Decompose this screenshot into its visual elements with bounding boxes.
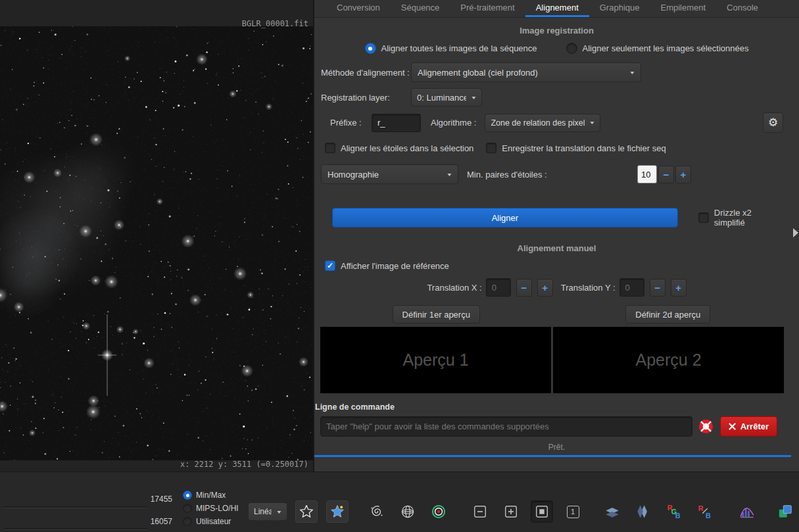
translation-x-input[interactable] (486, 278, 511, 297)
preview-2-label: Aperçu 2 (635, 351, 701, 370)
checkbox-align-stars-selection[interactable]: Aligner les étoiles dans la sélection (325, 143, 473, 153)
preview-buttons-row: Définir 1er aperçu Définir 2d aperçu (320, 305, 784, 324)
min-pairs-plus-button[interactable]: + (675, 166, 691, 183)
radio-align-selected-images[interactable]: Aligner seulement les images sélectionné… (566, 43, 749, 54)
layers-export-icon (777, 503, 794, 520)
svg-text:B: B (706, 512, 711, 520)
tab-conversion[interactable]: Conversion (326, 0, 391, 17)
prefix-input[interactable] (372, 114, 421, 132)
set-preview1-button[interactable]: Définir 1er aperçu (393, 305, 480, 324)
translation-y-input[interactable] (619, 278, 644, 297)
histogram-icon (738, 503, 756, 520)
algorithm-dropdown[interactable]: Zone de relation des pixels ▼ (485, 114, 600, 132)
chevron-down-icon: ▼ (589, 120, 596, 125)
status-text: Prêt. (314, 443, 799, 452)
align-stars-label: Aligner les étoiles dans la sélection (341, 143, 473, 153)
radio-mips-label: MIPS-LO/HI (196, 504, 239, 513)
pane-handle-icon[interactable] (793, 228, 798, 237)
tab-pretraitement[interactable]: Pré-traitement (450, 0, 525, 17)
fit-to-window-icon (534, 504, 550, 520)
checkbox-save-translation[interactable]: Enregistrer la translation dans le fichi… (486, 143, 666, 153)
algorithm-label: Algorithme : (431, 118, 476, 128)
checkbox-on-icon: ✓ (325, 260, 335, 271)
plus-icon: + (675, 283, 681, 293)
mirror-y-button[interactable] (632, 500, 654, 523)
tab-console[interactable]: Console (716, 0, 769, 17)
starfield-image[interactable] (0, 26, 313, 460)
high-cutoff-slider[interactable] (3, 506, 147, 508)
translation-y-minus-button[interactable]: − (650, 279, 666, 297)
star-outline-button[interactable] (295, 500, 318, 523)
spiral-galaxy-button[interactable] (366, 500, 388, 523)
radio-on-icon (183, 491, 192, 500)
low-cutoff-slider[interactable] (3, 528, 147, 530)
preview-1-label: Aperçu 1 (402, 351, 468, 370)
radio-mips-lo-hi[interactable]: MIPS-LO/HI (183, 504, 239, 513)
tab-empilement[interactable]: Empilement (650, 0, 716, 17)
layers-export-button[interactable] (774, 500, 796, 523)
bottom-bar: 17455 16057 Min/Max MIPS-LO/HI Utilisate… (0, 472, 799, 532)
high-cutoff-value[interactable]: 17455 (116, 495, 172, 504)
radio-align-all-images[interactable]: Aligner toutes les images de la séquence (365, 43, 537, 54)
mirror-x-button[interactable] (601, 500, 623, 523)
zoom-in-button[interactable] (500, 500, 522, 523)
preview-1-panel[interactable]: Aperçu 1 (320, 327, 551, 393)
translation-x-minus-button[interactable]: − (516, 279, 532, 297)
method-row: Méthode d'alignement : Alignement global… (321, 62, 783, 82)
stop-button[interactable]: Arrêter (720, 416, 777, 437)
control-panel: Conversion Séquence Pré-traitement Align… (314, 0, 799, 472)
zoom-fit-button[interactable] (531, 500, 553, 523)
astrometry-globe-button[interactable] (397, 500, 419, 523)
svg-text:R: R (698, 504, 704, 512)
min-pairs-spinner: − + (637, 165, 691, 183)
command-help-button[interactable] (696, 417, 716, 437)
transformation-value: Homographie (327, 170, 442, 180)
photometry-target-button[interactable] (427, 500, 450, 523)
histogram-button[interactable] (736, 500, 758, 523)
translation-x-plus-button[interactable]: + (537, 279, 553, 297)
preview1-button-slot: Définir 1er aperçu (320, 305, 552, 324)
min-pairs-minus-button[interactable]: − (658, 166, 674, 183)
translation-y-group: Translation Y : − + (561, 278, 687, 297)
translation-y-plus-button[interactable]: + (671, 279, 687, 297)
minus-icon: − (664, 170, 669, 180)
checkbox-off-icon (325, 143, 335, 153)
one-to-one-icon: 1 (567, 506, 579, 518)
zoom-out-icon (472, 504, 488, 520)
star-detection-button[interactable] (326, 500, 349, 523)
plus-icon: + (542, 283, 548, 293)
method-value: Alignement global (ciel profond) (418, 68, 625, 78)
minus-icon: − (654, 283, 660, 293)
zoom-out-button[interactable] (469, 500, 491, 523)
stop-button-label: Arrêter (740, 422, 769, 431)
command-row: Arrêter (320, 416, 777, 437)
registration-settings-button[interactable]: ⚙ (763, 112, 783, 133)
checkbox-drizzle[interactable]: Drizzle x2 simplifié (698, 208, 783, 228)
radio-utilisateur-label: Utilisateur (196, 517, 231, 526)
low-cutoff-value[interactable]: 16057 (116, 517, 172, 526)
tab-alignement[interactable]: Alignement (525, 0, 589, 17)
min-pairs-input[interactable] (637, 165, 657, 183)
tab-sequence[interactable]: Séquence (391, 0, 450, 17)
zoom-one-to-one-button[interactable]: 1 (562, 500, 584, 523)
algorithm-value: Zone de relation des pixels (491, 118, 585, 128)
checkbox-off-icon (698, 212, 709, 223)
set-preview2-button[interactable]: Définir 2d aperçu (625, 305, 710, 324)
radio-minmax[interactable]: Min/Max (183, 491, 239, 500)
stretch-mode-dropdown[interactable]: Linéaire ▼ (248, 502, 287, 521)
command-input[interactable] (320, 416, 692, 437)
registration-layer-dropdown[interactable]: 0: Luminance ▼ (411, 88, 482, 107)
preview-2-panel[interactable]: Aperçu 2 (553, 327, 784, 393)
display-toolbar: 1 R G B R (295, 500, 799, 523)
channel-mixer-button[interactable]: R B (694, 500, 716, 523)
rgb-composition-button[interactable]: R G B (663, 500, 685, 523)
command-line-title: Ligne de commande (315, 402, 799, 412)
radio-align-selected-label: Aligner seulement les images sélectionné… (583, 43, 749, 53)
translation-x-label: Translation X : (427, 283, 481, 293)
radio-utilisateur[interactable]: Utilisateur (183, 517, 239, 526)
align-button[interactable]: Aligner (332, 208, 678, 228)
transformation-dropdown[interactable]: Homographie ▼ (321, 164, 458, 184)
method-dropdown[interactable]: Alignement global (ciel profond) ▼ (411, 62, 641, 82)
tab-graphique[interactable]: Graphique (589, 0, 650, 17)
checkbox-show-reference[interactable]: ✓ Afficher l'image de référence (325, 260, 449, 271)
